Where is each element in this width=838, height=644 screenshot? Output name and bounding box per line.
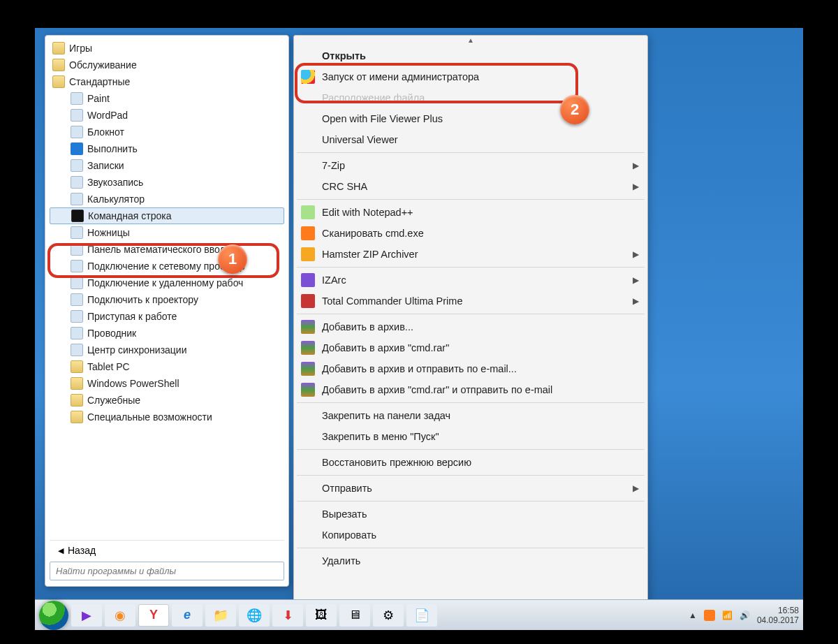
context-item-label: Удалить xyxy=(322,555,639,566)
menu-separator xyxy=(297,449,645,450)
app-icon xyxy=(71,92,83,105)
context-item[interactable]: Добавить в архив... xyxy=(295,316,646,337)
context-item[interactable]: Вырезать xyxy=(295,504,646,525)
taskbar-app-icon[interactable]: 🖥 xyxy=(339,604,370,627)
search-input[interactable] xyxy=(50,562,284,580)
start-item[interactable]: Блокнот xyxy=(50,124,284,140)
scroll-up-icon[interactable]: ▲ xyxy=(294,36,647,45)
start-item[interactable]: Приступая к работе xyxy=(50,308,284,325)
app-label: Paint xyxy=(87,93,110,104)
context-item[interactable]: Universal Viewer xyxy=(295,129,646,150)
start-folder[interactable]: Tablet PC xyxy=(50,358,284,375)
context-item[interactable]: 7-Zip▶ xyxy=(295,155,646,176)
context-item[interactable]: Добавить в архив "cmd.rar" xyxy=(295,337,646,358)
start-button[interactable] xyxy=(39,601,68,630)
blank-icon xyxy=(301,554,315,568)
folder-icon xyxy=(71,360,83,373)
folder-label: Стандартные xyxy=(69,76,130,87)
start-folder[interactable]: Обслуживание xyxy=(50,57,284,73)
menu-separator xyxy=(297,152,645,153)
start-item[interactable]: Выполнить xyxy=(50,140,284,157)
tc-ico-icon xyxy=(301,294,315,308)
taskbar-app-icon[interactable]: 🖼 xyxy=(306,604,337,627)
start-item[interactable]: Звукозапись xyxy=(50,174,284,191)
context-item[interactable]: Закрепить в меню "Пуск" xyxy=(295,426,646,447)
context-item[interactable]: CRC SHA▶ xyxy=(295,176,646,197)
start-folder[interactable]: Игры xyxy=(50,40,284,57)
app-label: Звукозапись xyxy=(87,177,143,188)
blank-icon xyxy=(301,180,315,193)
clock-date: 04.09.2017 xyxy=(757,615,799,625)
app-icon xyxy=(71,293,83,306)
app-label: Центр синхронизации xyxy=(87,344,187,356)
blank-icon xyxy=(301,430,315,444)
folder-icon xyxy=(71,394,83,407)
tray-network-icon[interactable]: 📶 xyxy=(722,610,733,620)
start-folder[interactable]: Стандартные xyxy=(50,73,284,90)
app-icon xyxy=(71,210,84,222)
context-item[interactable]: Закрепить на панели задач xyxy=(295,405,646,426)
taskbar-app-icon[interactable]: ⚙ xyxy=(373,604,404,627)
rar-ico-icon xyxy=(301,341,315,355)
context-item[interactable]: Edit with Notepad++ xyxy=(295,202,646,223)
tray-show-hidden-icon[interactable]: ▲ xyxy=(689,610,697,620)
badge-number: 2 xyxy=(571,101,579,119)
start-folder[interactable]: Служебные xyxy=(50,392,284,409)
start-folder[interactable]: Специальные возможности xyxy=(50,409,284,425)
blank-icon xyxy=(301,112,315,126)
context-item[interactable]: Отправить▶ xyxy=(295,478,646,499)
start-item[interactable]: Калькулятор xyxy=(50,191,284,207)
taskbar-app-icon[interactable]: 📁 xyxy=(205,604,236,627)
blank-icon xyxy=(301,133,315,147)
folder-icon xyxy=(52,42,65,54)
start-item[interactable]: Проводник xyxy=(50,325,284,342)
taskbar-clock[interactable]: 16:58 04.09.2017 xyxy=(757,606,799,625)
taskbar-app-icon[interactable]: 🌐 xyxy=(239,604,270,627)
start-item[interactable]: Paint xyxy=(50,90,284,107)
folder-label: Специальные возможности xyxy=(87,411,212,423)
taskbar-app-icon[interactable]: ◉ xyxy=(105,604,135,627)
context-menu: ▲ ОткрытьЗапуск от имени администратораР… xyxy=(293,35,648,622)
context-item[interactable]: Сканировать cmd.exe xyxy=(295,223,646,244)
taskbar-app-icon[interactable]: ⬇ xyxy=(272,604,303,627)
context-item-label: Закрепить в меню "Пуск" xyxy=(322,431,639,442)
taskbar-app-icon[interactable]: 📄 xyxy=(406,604,437,627)
back-label: Назад xyxy=(68,545,96,556)
context-item-label: Total Commander Ultima Prime xyxy=(322,295,626,307)
taskbar-app-icon[interactable]: e xyxy=(172,604,203,627)
context-item[interactable]: Добавить в архив "cmd.rar" и отправить п… xyxy=(295,379,646,400)
context-item[interactable]: Удалить xyxy=(295,550,646,571)
context-item-label: Hamster ZIP Archiver xyxy=(322,249,626,260)
context-item-label: Закрепить на панели задач xyxy=(322,410,639,421)
start-item-command-prompt[interactable]: Командная строка xyxy=(50,207,284,224)
context-item[interactable]: Hamster ZIP Archiver▶ xyxy=(295,244,646,265)
app-label: Записки xyxy=(87,160,124,171)
tray-volume-icon[interactable]: 🔊 xyxy=(740,610,750,620)
context-item[interactable]: IZArc▶ xyxy=(295,270,646,291)
app-label: Блокнот xyxy=(87,126,124,138)
back-button[interactable]: ◀ Назад xyxy=(50,540,284,556)
start-item[interactable]: Подключить к проектору xyxy=(50,291,284,308)
start-item[interactable]: Центр синхронизации xyxy=(50,342,284,358)
context-item-label: Добавить в архив и отправить по e-mail..… xyxy=(322,363,639,374)
context-item[interactable]: Total Commander Ultima Prime▶ xyxy=(295,291,646,312)
tray-app-icon[interactable] xyxy=(704,610,715,621)
app-icon xyxy=(71,193,83,205)
folder-icon xyxy=(71,411,83,423)
blank-icon xyxy=(301,409,315,423)
context-item[interactable]: Копировать xyxy=(295,525,646,546)
start-item[interactable]: Ножницы xyxy=(50,224,284,241)
submenu-chevron-icon: ▶ xyxy=(633,483,639,493)
annotation-badge-1: 1 xyxy=(218,244,247,274)
taskbar-app-icon[interactable]: ▶ xyxy=(71,604,102,627)
context-item[interactable]: Добавить в архив и отправить по e-mail..… xyxy=(295,358,646,379)
start-item[interactable]: Записки xyxy=(50,157,284,174)
context-item[interactable]: Open with File Viewer Plus xyxy=(295,108,646,129)
hamster-ico-icon xyxy=(301,247,315,261)
taskbar-app-icon[interactable]: Y xyxy=(138,604,169,627)
start-folder[interactable]: Windows PowerShell xyxy=(50,375,284,392)
start-item[interactable]: WordPad xyxy=(50,107,284,124)
context-item[interactable]: Восстановить прежнюю версию xyxy=(295,452,646,473)
context-item-label: Открыть xyxy=(322,50,639,61)
context-item-label: Universal Viewer xyxy=(322,134,639,145)
